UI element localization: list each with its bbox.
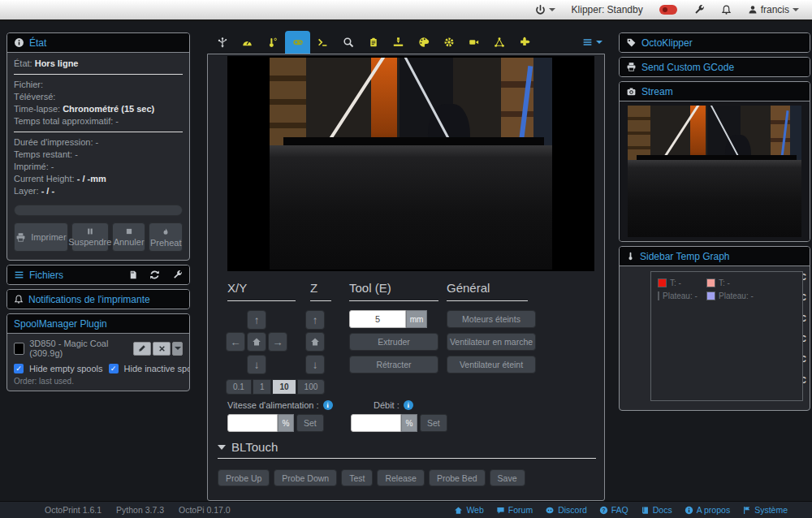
octoprint-version: OctoPrint 1.6.1: [45, 505, 102, 515]
stream-header[interactable]: Stream: [620, 82, 810, 101]
general-header: Général: [447, 281, 528, 301]
feedrate-input[interactable]: [227, 414, 278, 432]
feedrate-group: Vitesse d'alimentation : i % Set: [227, 400, 333, 432]
step-10[interactable]: 10: [272, 379, 296, 395]
print-button[interactable]: Imprimer: [14, 222, 68, 252]
spool-order-note: Order: last used.: [14, 377, 183, 386]
terminal-icon: [317, 37, 329, 48]
y-minus-button[interactable]: ↓: [247, 355, 266, 374]
feedrate-label: Vitesse d'alimentation :: [227, 400, 319, 410]
printer-notifications-header[interactable]: Notifications de l'imprimante: [7, 290, 189, 309]
probe-bed-button[interactable]: Probe Bed: [429, 469, 486, 486]
temp-graph-header[interactable]: Sidebar Temp Graph: [620, 247, 810, 265]
tab-temperature[interactable]: [260, 31, 285, 54]
klipper-status[interactable]: Klipper: Standby: [572, 4, 643, 15]
info-circle-icon: [14, 37, 24, 48]
footer-link-web[interactable]: Web: [454, 505, 483, 515]
pause-button[interactable]: Suspendre: [71, 222, 109, 252]
hide-empty-checkbox[interactable]: ✓: [14, 364, 24, 373]
edit-spool-button[interactable]: [133, 342, 151, 356]
spoolmanager-header[interactable]: SpoolManager Plugin: [7, 314, 189, 333]
klipper-toggle-icon[interactable]: [659, 5, 677, 15]
fan-on-button[interactable]: Ventilateur en marche: [447, 333, 536, 351]
refresh-icon[interactable]: [149, 270, 160, 280]
flowrate-input[interactable]: [351, 414, 401, 432]
stream-thumbnail[interactable]: [628, 106, 801, 237]
tab-bed-level[interactable]: [386, 31, 411, 54]
cancel-button[interactable]: Annuler: [112, 222, 146, 252]
fan-off-button[interactable]: Ventilateur éteint: [447, 356, 536, 373]
y-plus-button[interactable]: ↑: [247, 310, 266, 330]
save-button[interactable]: Save: [490, 469, 525, 486]
settings-wrench-icon[interactable]: [693, 4, 705, 15]
step-1[interactable]: 1: [253, 379, 272, 395]
footer-link-system[interactable]: Système: [742, 505, 788, 515]
tab-search[interactable]: [335, 31, 361, 54]
printer-icon: [15, 232, 26, 243]
x-plus-button[interactable]: →: [268, 332, 287, 352]
hide-inactive-checkbox[interactable]: ✓: [109, 364, 119, 373]
camera-icon: [626, 87, 637, 97]
probe-up-button[interactable]: Probe Up: [218, 469, 270, 486]
general-control-group: Général Moteurs éteints Ventilateur en m…: [447, 281, 536, 301]
footer-link-docs[interactable]: Docs: [641, 505, 672, 515]
z-plus-button[interactable]: ↑: [305, 310, 325, 330]
edit-pencil-icon: [138, 344, 146, 352]
spool-dropdown-button[interactable]: [172, 342, 183, 356]
deselect-spool-button[interactable]: [153, 342, 171, 356]
feedrate-set-button[interactable]: Set: [296, 414, 324, 432]
motors-off-button[interactable]: Moteurs éteints: [447, 310, 536, 328]
tab-dashboard[interactable]: [235, 31, 260, 54]
divider: [218, 458, 596, 459]
probe-down-button[interactable]: Probe Down: [274, 469, 337, 486]
home-xy-button[interactable]: [247, 332, 266, 352]
preheat-button[interactable]: Preheat: [149, 222, 183, 252]
sd-card-icon[interactable]: [128, 270, 137, 280]
user-menu[interactable]: francis: [748, 4, 799, 15]
flowrate-set-button[interactable]: Set: [420, 414, 447, 432]
footer-link-forum[interactable]: Forum: [496, 505, 533, 515]
tab-settings[interactable]: [436, 31, 461, 54]
cogs-icon: [443, 37, 455, 48]
tab-terminal[interactable]: [310, 31, 335, 54]
tab-plugin[interactable]: [512, 31, 537, 54]
right-sidebar: OctoKlipper Send Custom GCode Stream: [619, 32, 810, 415]
step-100[interactable]: 100: [297, 379, 326, 395]
octoklipper-header[interactable]: OctoKlipper: [620, 33, 810, 52]
notifications-bell-icon[interactable]: [721, 4, 732, 15]
tab-control[interactable]: [285, 31, 310, 54]
temp-plot-area: T: - T: - Plateau: - Plateau: -: [650, 271, 803, 401]
tab-bar: [207, 31, 605, 54]
home-z-button[interactable]: [305, 332, 325, 352]
files-panel-header[interactable]: Fichiers: [7, 265, 189, 284]
tool-control-group: Tool (E) mm Extruder Rétracter: [349, 281, 438, 301]
tab-gcode-files[interactable]: [361, 31, 386, 54]
tab-connection[interactable]: [209, 31, 235, 54]
extrude-button[interactable]: Extruder: [349, 333, 438, 351]
tab-overflow-menu[interactable]: [581, 37, 603, 47]
top-navbar: Klipper: Standby francis: [0, 0, 812, 21]
info-icon[interactable]: i: [404, 400, 413, 410]
flowrate-label: Débit :: [374, 400, 400, 410]
wrench-icon[interactable]: [172, 270, 183, 280]
x-minus-button[interactable]: ←: [226, 332, 245, 352]
tab-webcam[interactable]: [461, 31, 486, 54]
retract-button[interactable]: Rétracter: [349, 356, 438, 373]
test-button[interactable]: Test: [341, 469, 373, 486]
tab-mesh[interactable]: [486, 31, 512, 54]
footer-link-about[interactable]: A propos: [685, 505, 730, 515]
power-menu[interactable]: [535, 5, 555, 15]
selected-spool-row: 3D850 - Magic Coal (309.9g): [14, 339, 183, 358]
footer-link-faq[interactable]: ? FAQ: [599, 505, 628, 515]
bltouch-section-toggle[interactable]: BLTouch: [218, 440, 278, 454]
release-button[interactable]: Release: [377, 469, 425, 486]
footer-link-discord[interactable]: Discord: [545, 505, 587, 515]
step-0-1[interactable]: 0.1: [226, 379, 252, 395]
tab-palette[interactable]: [411, 31, 436, 54]
state-panel-header[interactable]: État: [7, 33, 189, 52]
custom-gcode-header[interactable]: Send Custom GCode: [620, 58, 810, 76]
flag-icon: [742, 506, 751, 515]
extrude-amount-input[interactable]: [349, 310, 406, 328]
info-icon[interactable]: i: [323, 400, 333, 410]
z-minus-button[interactable]: ↓: [305, 355, 325, 374]
